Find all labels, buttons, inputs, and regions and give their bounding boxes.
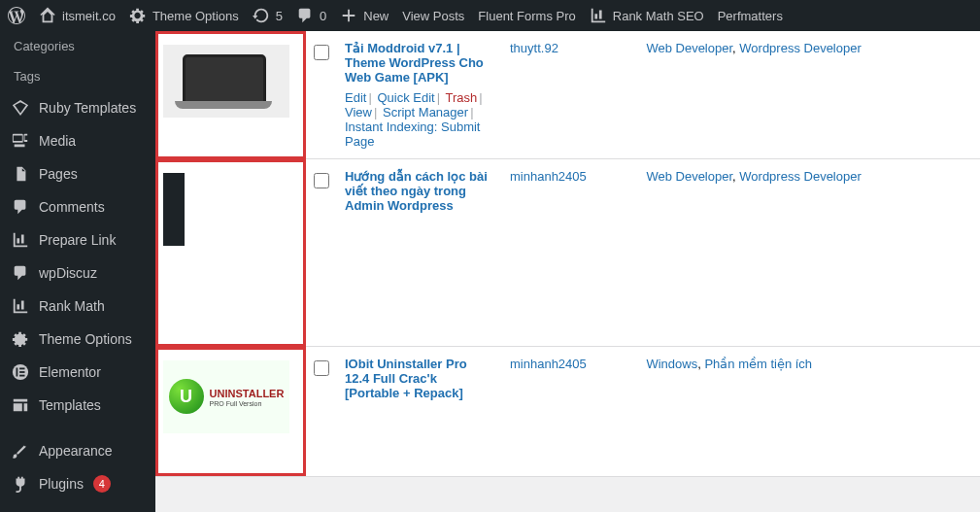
post-title-link[interactable]: IObit Uninstaller Pro 12.4 Full Crac'k [… — [345, 357, 494, 400]
categories-cell: Web Developer, Wordpress Developer — [638, 159, 980, 347]
row-checkbox[interactable] — [314, 45, 329, 60]
iobit-logo-icon: U — [169, 379, 204, 414]
post-thumbnail[interactable] — [163, 173, 289, 246]
checkbox-cell — [306, 159, 337, 347]
theme-options-label: Theme Options — [152, 9, 239, 23]
perfmatters-link[interactable]: Perfmatters — [718, 9, 783, 23]
table-row: U UNINSTALLER PRO Full Version IObit Uni… — [155, 347, 980, 477]
post-thumbnail[interactable]: U UNINSTALLER PRO Full Version — [163, 360, 289, 433]
author-link[interactable]: minhanh2405 — [510, 169, 587, 184]
label: Rank Math — [39, 298, 105, 314]
sidebar-item-comments[interactable]: Comments — [0, 190, 155, 223]
row-actions: Edit| Quick Edit| Trash| View| Script Ma… — [345, 90, 494, 149]
sidebar-item-elementor[interactable]: Elementor — [0, 356, 155, 389]
category-link[interactable]: Web Developer — [646, 169, 732, 184]
svg-rect-3 — [19, 371, 24, 373]
quick-edit-link[interactable]: Quick Edit — [377, 90, 434, 105]
gear-icon — [129, 7, 147, 24]
posts-table: Tải Moddroid v7.1 | Theme WordPress Cho … — [155, 31, 980, 477]
title-cell: Tải Moddroid v7.1 | Theme WordPress Cho … — [337, 31, 502, 159]
label: Comments — [39, 199, 105, 215]
title-cell: Hướng dẫn cách lọc bài viết theo ngày tr… — [337, 159, 502, 347]
sidebar-item-media[interactable]: Media — [0, 124, 155, 157]
wp-logo[interactable] — [8, 7, 25, 24]
author-cell: minhanh2405 — [502, 159, 638, 347]
category-link[interactable]: Web Developer — [646, 41, 732, 55]
trash-link[interactable]: Trash — [445, 90, 477, 105]
gear-icon — [12, 330, 29, 348]
rank-math-label: Rank Math SEO — [613, 9, 704, 23]
category-link[interactable]: Wordpress Developer — [739, 169, 861, 184]
view-link[interactable]: View — [345, 105, 372, 119]
separator — [0, 426, 155, 430]
theme-options-link[interactable]: Theme Options — [129, 7, 239, 24]
media-icon — [12, 132, 29, 150]
content-area: Tải Moddroid v7.1 | Theme WordPress Cho … — [155, 31, 980, 512]
label: Prepare Link — [39, 232, 116, 248]
sidebar-item-pages[interactable]: Pages — [0, 157, 155, 190]
label: Appearance — [39, 443, 113, 459]
sidebar-item-ruby-templates[interactable]: Ruby Templates — [0, 91, 155, 124]
checkbox-cell — [306, 347, 337, 477]
iobit-logo-text: UNINSTALLER — [210, 388, 285, 399]
sidebar-item-theme-options[interactable]: Theme Options — [0, 323, 155, 356]
sidebar-item-templates[interactable]: Templates — [0, 389, 155, 422]
category-link[interactable]: Wordpress Developer — [739, 41, 861, 55]
label: Ruby Templates — [39, 100, 136, 116]
chart-icon — [12, 231, 29, 249]
comments-count: 0 — [320, 9, 326, 23]
label: Elementor — [39, 364, 101, 380]
sidebar-item-rank-math[interactable]: Rank Math — [0, 290, 155, 323]
site-name-link[interactable]: itsmeit.co — [39, 7, 116, 24]
categories-cell: Windows, Phần mềm tiện ích — [638, 347, 980, 477]
checkbox-cell — [306, 31, 337, 159]
sidebar-item-plugins[interactable]: Plugins 4 — [0, 467, 155, 500]
rank-math-link[interactable]: Rank Math SEO — [590, 7, 704, 24]
new-link[interactable]: New — [340, 7, 389, 24]
edit-link[interactable]: Edit — [345, 90, 366, 105]
sidebar-item-tags[interactable]: Tags — [0, 61, 155, 91]
site-name: itsmeit.co — [62, 9, 116, 23]
svg-rect-2 — [19, 368, 24, 370]
svg-rect-4 — [19, 375, 24, 377]
author-link[interactable]: minhanh2405 — [510, 357, 587, 371]
plugin-icon — [12, 475, 29, 493]
post-title-link[interactable]: Tải Moddroid v7.1 | Theme WordPress Cho … — [345, 41, 494, 85]
home-icon — [39, 7, 56, 24]
thumbnail-cell: U UNINSTALLER PRO Full Version — [155, 347, 306, 477]
category-link[interactable]: Windows — [646, 357, 697, 371]
comment-icon — [12, 198, 29, 216]
row-checkbox[interactable] — [314, 173, 329, 188]
wordpress-icon — [8, 7, 25, 24]
label: Plugins — [39, 476, 84, 492]
comments-link[interactable]: 0 — [296, 7, 326, 24]
updates-link[interactable]: 5 — [253, 7, 283, 24]
author-cell: thuytt.92 — [502, 31, 638, 159]
categories-cell: Web Developer, Wordpress Developer — [638, 31, 980, 159]
svg-rect-1 — [17, 368, 18, 377]
sidebar-item-appearance[interactable]: Appearance — [0, 434, 155, 467]
label: Pages — [39, 166, 78, 182]
table-row: Hướng dẫn cách lọc bài viết theo ngày tr… — [155, 159, 980, 347]
author-cell: minhanh2405 — [502, 347, 638, 477]
sidebar-item-prepare-link[interactable]: Prepare Link — [0, 223, 155, 256]
brush-icon — [12, 442, 29, 460]
iobit-logo-sub: PRO Full Version — [210, 400, 285, 407]
chart-icon — [590, 7, 607, 24]
post-thumbnail[interactable] — [163, 45, 289, 118]
category-link[interactable]: Phần mềm tiện ích — [704, 357, 812, 371]
sidebar-item-categories[interactable]: Categories — [0, 31, 155, 61]
title-cell: IObit Uninstaller Pro 12.4 Full Crac'k [… — [337, 347, 502, 477]
refresh-icon — [253, 7, 270, 24]
fluent-forms-link[interactable]: Fluent Forms Pro — [478, 9, 575, 23]
view-posts-link[interactable]: View Posts — [402, 9, 464, 23]
author-link[interactable]: thuytt.92 — [510, 41, 558, 55]
row-checkbox[interactable] — [314, 360, 329, 376]
instant-indexing-link[interactable]: Instant Indexing: Submit Page — [345, 119, 480, 149]
post-title-link[interactable]: Hướng dẫn cách lọc bài viết theo ngày tr… — [345, 169, 494, 213]
label: Media — [39, 133, 76, 149]
sidebar-item-wpdiscuz[interactable]: wpDiscuz — [0, 256, 155, 290]
script-manager-link[interactable]: Script Manager — [383, 105, 468, 119]
table-row: Tải Moddroid v7.1 | Theme WordPress Cho … — [155, 31, 980, 159]
page-icon — [12, 165, 29, 183]
